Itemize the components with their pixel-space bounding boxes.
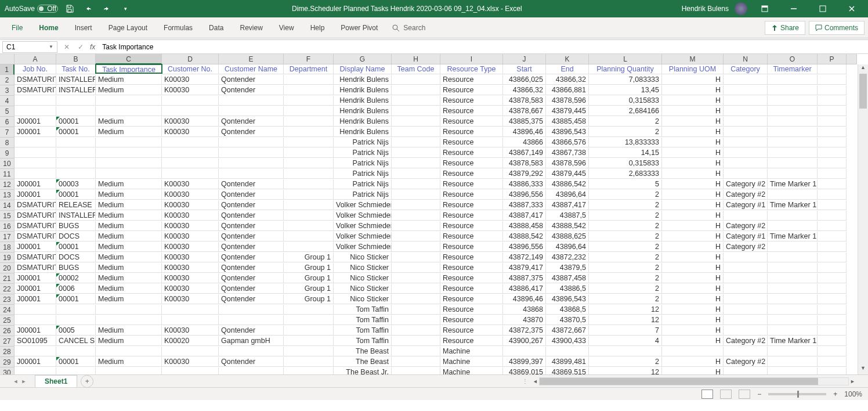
cell[interactable]: H (662, 336, 724, 346)
cell[interactable]: Qontender (219, 326, 284, 336)
col-header-H[interactable]: H (392, 54, 440, 64)
cell[interactable] (392, 138, 440, 147)
cell[interactable]: 43866,881 (546, 85, 589, 95)
cell[interactable]: H (662, 96, 724, 106)
cell[interactable] (15, 315, 56, 325)
cell[interactable] (392, 148, 440, 158)
col-header-K[interactable]: K (546, 54, 589, 64)
row-header-28[interactable]: 28 (0, 347, 15, 357)
cell[interactable] (284, 148, 334, 158)
cell[interactable]: J00001 (15, 179, 56, 189)
cell[interactable]: Nico Sticker (334, 253, 392, 262)
row-header-3[interactable]: 3 (0, 85, 15, 96)
cell[interactable]: INSTALLER (56, 211, 96, 221)
cell[interactable] (768, 117, 818, 127)
header-cell[interactable]: Resource Type (440, 64, 503, 74)
cell[interactable]: 43879,445 (546, 106, 589, 116)
header-cell[interactable]: Start (503, 64, 546, 74)
scroll-up-icon[interactable]: ▲ (858, 64, 868, 74)
cell[interactable] (818, 326, 847, 336)
cell[interactable] (284, 357, 334, 367)
cell[interactable]: 43867,738 (546, 148, 589, 158)
cell[interactable]: 43896,556 (503, 242, 546, 252)
cell[interactable]: 43879,292 (503, 169, 546, 179)
cell[interactable]: Category #2 (724, 179, 768, 189)
zoom-in-icon[interactable]: + (833, 390, 837, 398)
cell[interactable]: Resource (440, 127, 503, 137)
cell[interactable]: J00001 (15, 273, 56, 283)
row-header-16[interactable]: 16 (0, 221, 15, 232)
cell[interactable]: Medium (96, 253, 162, 262)
cell[interactable]: K00030 (162, 253, 219, 262)
cell[interactable]: Volker Schmieder (334, 200, 392, 210)
cell[interactable]: Medium (96, 263, 162, 273)
cell[interactable] (768, 148, 818, 158)
cell[interactable]: K00030 (162, 221, 219, 231)
cell[interactable] (284, 326, 334, 336)
cell[interactable]: 43886,417 (503, 284, 546, 294)
cell[interactable]: K00030 (162, 200, 219, 210)
cell[interactable]: 00001 (56, 357, 96, 367)
cell[interactable] (162, 138, 219, 147)
cell[interactable]: 00001 (56, 190, 96, 200)
user-name[interactable]: Hendrik Bulens (682, 5, 729, 13)
ribbon-tab-insert[interactable]: Insert (67, 19, 100, 37)
zoom-slider[interactable] (768, 393, 826, 395)
cell[interactable] (662, 347, 724, 356)
cell[interactable]: Medium (96, 326, 162, 336)
cell[interactable] (724, 96, 768, 106)
cell[interactable]: 00001 (56, 242, 96, 252)
cell[interactable] (284, 190, 334, 200)
cell[interactable]: H (662, 85, 724, 95)
row-header-22[interactable]: 22 (0, 284, 15, 294)
row-header-1[interactable]: 1 (0, 64, 15, 75)
cell[interactable] (724, 117, 768, 127)
cell[interactable] (818, 263, 847, 273)
header-cell[interactable]: Team Code (392, 64, 440, 74)
col-header-N[interactable]: N (724, 54, 768, 64)
cell[interactable]: 43878,596 (546, 96, 589, 106)
cell[interactable] (392, 232, 440, 241)
cell[interactable]: H (662, 169, 724, 179)
cell[interactable] (96, 106, 162, 116)
cell[interactable]: 43870,5 (546, 315, 589, 325)
cell[interactable] (589, 347, 662, 356)
cell[interactable]: 43887,417 (546, 200, 589, 210)
cell[interactable] (724, 294, 768, 304)
cell[interactable] (219, 138, 284, 147)
ribbon-tab-formulas[interactable]: Formulas (155, 19, 201, 37)
header-cell[interactable]: Task No. (56, 64, 96, 74)
cell[interactable] (818, 305, 847, 315)
cell[interactable]: 43866,32 (503, 85, 546, 95)
header-cell[interactable]: Department (284, 64, 334, 74)
cell[interactable] (392, 200, 440, 210)
cell[interactable]: DSMATURITY (15, 211, 56, 221)
cell[interactable]: 43900,267 (503, 336, 546, 346)
cell[interactable]: 2 (589, 190, 662, 200)
cell[interactable] (162, 305, 219, 315)
col-header-C[interactable]: C (96, 54, 162, 64)
cell[interactable] (392, 326, 440, 336)
ribbon-tab-power-pivot[interactable]: Power Pivot (332, 19, 386, 37)
cell[interactable] (392, 315, 440, 325)
cell[interactable]: Nico Sticker (334, 294, 392, 304)
cell[interactable] (162, 106, 219, 116)
cell[interactable]: 0,315833 (589, 158, 662, 168)
cell[interactable]: 43899,397 (503, 357, 546, 367)
cell[interactable] (768, 294, 818, 304)
cell[interactable]: Medium (96, 117, 162, 127)
cell[interactable] (284, 75, 334, 85)
cell[interactable]: H (662, 232, 724, 241)
cell[interactable]: 43869,015 (503, 367, 546, 374)
cell[interactable]: DSMATURITY (15, 221, 56, 231)
cell[interactable] (818, 336, 847, 346)
header-cell[interactable]: End (546, 64, 589, 74)
cell[interactable]: 2 (589, 253, 662, 262)
cell[interactable]: Resource (440, 326, 503, 336)
col-header-B[interactable]: B (56, 54, 96, 64)
cell[interactable]: 43887,458 (546, 273, 589, 283)
cell[interactable] (284, 117, 334, 127)
cell[interactable]: 43896,64 (546, 242, 589, 252)
cell[interactable] (15, 347, 56, 356)
cell[interactable] (56, 158, 96, 168)
